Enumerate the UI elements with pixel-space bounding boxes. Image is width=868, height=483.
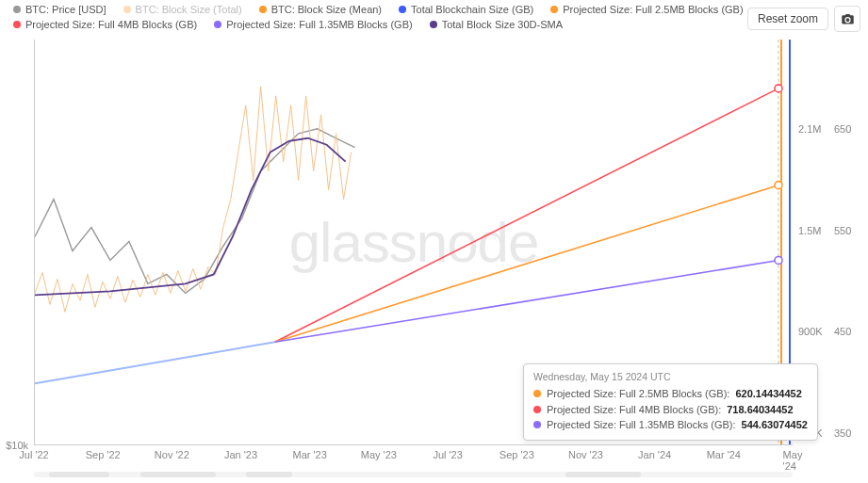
tooltip-row: Projected Size: Full 4MB Blocks (GB): 71… [533, 402, 808, 418]
tooltip-row: Projected Size: Full 2.5MB Blocks (GB): … [533, 386, 808, 402]
legend-item[interactable]: Projected Size: Full 1.35MB Blocks (GB) [214, 19, 412, 30]
svg-point-4 [775, 182, 782, 189]
x-tick: Mar '24 [707, 449, 741, 460]
y-tick: 550 [834, 225, 851, 236]
legend-label: Total Block Size 30D-SMA [442, 19, 563, 30]
x-tick: Sep '23 [500, 449, 534, 460]
legend-label: BTC: Block Size (Total) [136, 4, 242, 15]
x-tick: May '23 [361, 449, 397, 460]
legend-swatch [430, 21, 437, 28]
tooltip-swatch [533, 406, 541, 413]
y-tick: 900K [798, 326, 823, 337]
y-tick: 450 [834, 326, 851, 337]
y-tick: 350 [834, 427, 851, 439]
svg-line-3 [275, 185, 778, 343]
tooltip-label: Projected Size: Full 1.35MB Blocks (GB): [547, 417, 736, 433]
chart-tooltip: Wednesday, May 15 2024 UTC Projected Siz… [523, 363, 818, 441]
legend-item[interactable]: Total Block Size 30D-SMA [430, 19, 563, 30]
x-tick: Sep '22 [86, 449, 121, 460]
y-tick: 650 [834, 123, 851, 135]
legend-swatch [399, 6, 406, 13]
legend-item[interactable]: Projected Size: Full 4MB Blocks (GB) [13, 19, 197, 30]
legend-item[interactable]: BTC: Price [USD] [13, 4, 106, 15]
legend-swatch [123, 6, 131, 13]
tooltip-value: 544.63074452 [742, 417, 808, 433]
tooltip-label: Projected Size: Full 2.5MB Blocks (GB): [547, 386, 729, 402]
legend-label: Projected Size: Full 2.5MB Blocks (GB) [563, 4, 743, 15]
reset-zoom-button[interactable]: Reset zoom [747, 8, 828, 30]
x-tick: Nov '23 [568, 449, 603, 460]
tooltip-swatch [533, 390, 541, 397]
camera-icon[interactable] [834, 6, 860, 32]
legend-item[interactable]: Projected Size: Full 2.5MB Blocks (GB) [550, 4, 743, 15]
tooltip-label: Projected Size: Full 4MB Blocks (GB): [547, 402, 721, 418]
legend-swatch [13, 21, 21, 28]
svg-line-5 [275, 260, 778, 342]
x-tick: May '24 [783, 449, 803, 472]
x-tick: Jul '23 [433, 449, 462, 460]
legend-swatch [214, 21, 221, 28]
legend-swatch [550, 6, 558, 13]
x-tick: Jan '24 [638, 449, 671, 460]
svg-line-1 [275, 89, 778, 342]
chart-legend: BTC: Price [USD]BTC: Block Size (Total)B… [13, 4, 745, 30]
tooltip-swatch [533, 421, 541, 428]
x-tick: Jul '22 [19, 449, 48, 460]
y-axis-right-outer: 650550450350 [832, 40, 864, 445]
svg-point-2 [775, 85, 782, 92]
y-tick: 2.1M [798, 123, 821, 135]
legend-label: Projected Size: Full 4MB Blocks (GB) [25, 19, 197, 30]
tooltip-title: Wednesday, May 15 2024 UTC [533, 371, 808, 382]
svg-point-6 [775, 256, 782, 264]
legend-item[interactable]: Total Blockchain Size (GB) [399, 4, 533, 15]
legend-label: BTC: Block Size (Mean) [271, 4, 382, 15]
tooltip-value: 718.64034452 [727, 402, 793, 418]
legend-swatch [259, 6, 267, 13]
legend-label: BTC: Price [USD] [25, 4, 106, 15]
tooltip-row: Projected Size: Full 1.35MB Blocks (GB):… [533, 417, 808, 433]
x-tick: Mar '23 [293, 449, 327, 460]
y-axis-left: $10k [0, 40, 30, 445]
y-tick: 1.5M [798, 225, 821, 236]
tooltip-value: 620.14434452 [735, 386, 801, 402]
legend-swatch [13, 6, 21, 13]
x-axis: Jul '22Sep '22Nov '22Jan '23Mar '23May '… [34, 449, 793, 468]
legend-item[interactable]: BTC: Block Size (Mean) [259, 4, 382, 15]
range-scrollbar[interactable] [34, 472, 793, 477]
x-tick: Jan '23 [224, 449, 257, 460]
legend-label: Projected Size: Full 1.35MB Blocks (GB) [226, 19, 412, 30]
legend-label: Total Blockchain Size (GB) [411, 4, 533, 15]
x-tick: Nov '22 [155, 449, 189, 460]
legend-item[interactable]: BTC: Block Size (Total) [123, 4, 242, 15]
